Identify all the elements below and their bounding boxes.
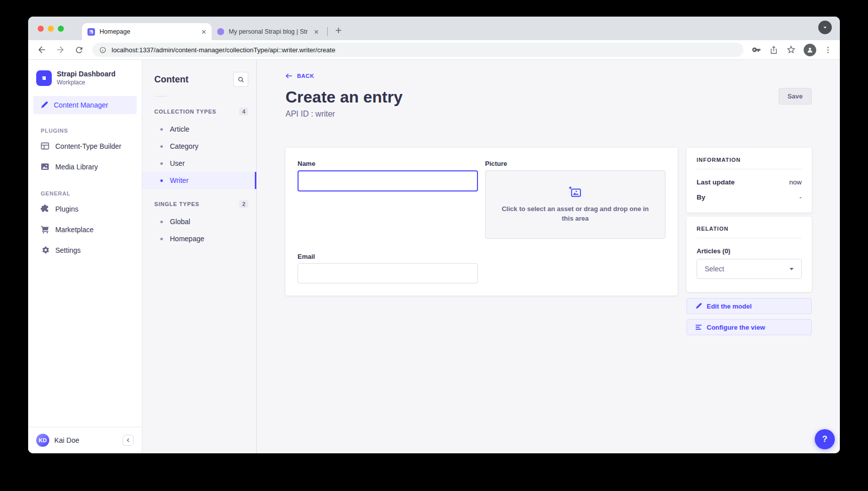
collapse-sidebar-button[interactable] xyxy=(123,435,134,446)
subnav-item-category[interactable]: Category xyxy=(142,138,256,155)
brand-subtitle: Workplace xyxy=(57,79,116,86)
brand-block: Strapi Dashboard Workplace xyxy=(28,60,142,91)
sidebar-item-content-manager[interactable]: Content Manager xyxy=(33,96,137,114)
arrow-left-icon xyxy=(285,73,293,79)
bullet-icon xyxy=(160,128,163,131)
tab-search-menu-button[interactable] xyxy=(818,21,832,34)
minimize-window-button[interactable] xyxy=(48,26,54,32)
name-label: Name xyxy=(298,160,478,167)
by-row: By - xyxy=(697,193,802,201)
sidebar-item-label: Media Library xyxy=(55,163,98,171)
picture-dropzone[interactable]: Click to select an asset or drag and dro… xyxy=(485,170,665,239)
api-id-subtitle: API ID : writer xyxy=(285,110,812,119)
collection-types-header: COLLECTION TYPES 4 xyxy=(142,108,256,116)
close-tab-icon[interactable] xyxy=(200,28,208,36)
bullet-icon xyxy=(160,162,163,165)
share-icon[interactable] xyxy=(769,45,779,55)
configure-view-button[interactable]: Configure the view xyxy=(687,319,812,335)
subnav-item-user[interactable]: User xyxy=(142,155,256,172)
relation-title: RELATION xyxy=(697,226,802,232)
layout-icon xyxy=(41,142,49,150)
browser-menu-icon[interactable] xyxy=(824,46,832,54)
bullet-icon xyxy=(160,145,163,148)
info-icon[interactable] xyxy=(99,46,107,54)
edit-model-button[interactable]: Edit the model xyxy=(687,298,812,314)
subnav-item-article[interactable]: Article xyxy=(142,121,256,138)
main-nav-sidebar: Strapi Dashboard Workplace Content Manag… xyxy=(28,60,142,453)
brand-title: Strapi Dashboard xyxy=(57,70,116,78)
tab-homepage[interactable]: Homepage xyxy=(82,23,212,40)
sidebar-item-label: Content-Type Builder xyxy=(55,142,122,150)
subnav-item-label: Category xyxy=(170,142,199,150)
entry-content-row: Name Picture Click to select xyxy=(285,148,812,335)
feather-pen-icon xyxy=(40,101,48,109)
back-nav-icon[interactable] xyxy=(36,44,48,56)
relation-card: RELATION Articles (0) Select xyxy=(687,217,812,292)
content-subnav: Content COLLECTION TYPES 4 Article Categ… xyxy=(142,60,257,453)
zoom-window-button[interactable] xyxy=(58,26,64,32)
dropzone-hint: Click to select an asset or drag and dro… xyxy=(500,205,651,224)
subnav-item-label: Global xyxy=(170,218,190,226)
url-text: localhost:1337/admin/content-manager/col… xyxy=(112,46,335,54)
subnav-item-writer[interactable]: Writer xyxy=(142,172,256,189)
search-button[interactable] xyxy=(233,72,248,87)
reload-icon[interactable] xyxy=(73,44,85,56)
bullet-icon xyxy=(160,179,163,182)
subnav-item-label: User xyxy=(170,159,185,167)
tab-strapi-blog[interactable]: My personal Strapi blog | Strap xyxy=(212,23,324,40)
subnav-divider xyxy=(154,96,166,96)
name-field: Name xyxy=(298,160,478,239)
divider xyxy=(697,169,802,169)
subnav-header: Content xyxy=(142,72,256,87)
forward-nav-icon[interactable] xyxy=(54,44,66,56)
close-window-button[interactable] xyxy=(38,26,44,32)
configure-view-label: Configure the view xyxy=(707,324,765,331)
help-button[interactable]: ? xyxy=(815,429,835,449)
name-input[interactable] xyxy=(298,170,478,191)
email-input[interactable] xyxy=(298,263,478,283)
traffic-lights xyxy=(38,26,64,32)
bookmark-star-icon[interactable] xyxy=(786,45,796,55)
browser-actions xyxy=(751,44,832,56)
strapi-logo-icon xyxy=(36,70,52,86)
browser-window: Homepage My personal Strapi blog | Strap xyxy=(28,17,840,453)
email-field: Email xyxy=(298,253,478,283)
pencil-icon xyxy=(695,303,702,310)
information-card: INFORMATION Last update now By - xyxy=(687,148,812,213)
sidebar-item-media-library[interactable]: Media Library xyxy=(28,156,142,177)
add-image-icon xyxy=(568,186,582,199)
picture-label: Picture xyxy=(485,160,665,167)
user-avatar[interactable]: KD xyxy=(36,434,49,447)
bullet-icon xyxy=(160,238,163,240)
configure-lines-icon xyxy=(695,324,702,331)
main-content: BACK Create an entry Save API ID : write… xyxy=(257,60,840,453)
subnav-item-global[interactable]: Global xyxy=(142,213,256,230)
subnav-item-label: Article xyxy=(170,125,189,133)
back-link[interactable]: BACK xyxy=(285,73,314,79)
save-button[interactable]: Save xyxy=(779,88,812,105)
last-update-label: Last update xyxy=(697,178,735,186)
email-label: Email xyxy=(298,253,478,260)
search-icon xyxy=(238,76,244,83)
entry-form-card: Name Picture Click to select xyxy=(285,148,678,296)
address-bar[interactable]: localhost:1337/admin/content-manager/col… xyxy=(92,43,743,57)
subnav-item-homepage[interactable]: Homepage xyxy=(142,230,256,247)
sidebar-item-marketplace[interactable]: Marketplace xyxy=(28,219,142,240)
password-key-icon[interactable] xyxy=(751,45,761,55)
new-tab-button[interactable] xyxy=(332,24,345,37)
sidebar-item-plugins[interactable]: Plugins xyxy=(28,199,142,219)
collection-types-label: COLLECTION TYPES xyxy=(154,109,216,115)
title-row: Create an entry Save xyxy=(285,88,812,107)
subnav-item-label: Homepage xyxy=(170,235,205,243)
information-title: INFORMATION xyxy=(697,157,802,163)
close-tab-icon[interactable] xyxy=(312,28,320,36)
tab-title: My personal Strapi blog | Strap xyxy=(229,28,308,35)
sidebar-item-content-type-builder[interactable]: Content-Type Builder xyxy=(28,136,142,156)
divider xyxy=(697,238,802,238)
browser-profile-avatar[interactable] xyxy=(804,44,816,56)
sidebar-item-label: Marketplace xyxy=(55,226,93,234)
browser-tabstrip: Homepage My personal Strapi blog | Strap xyxy=(28,17,840,40)
sidebar-item-settings[interactable]: Settings xyxy=(28,240,142,260)
articles-select[interactable]: Select xyxy=(697,259,802,279)
side-column: INFORMATION Last update now By - RELATIO… xyxy=(687,148,812,335)
